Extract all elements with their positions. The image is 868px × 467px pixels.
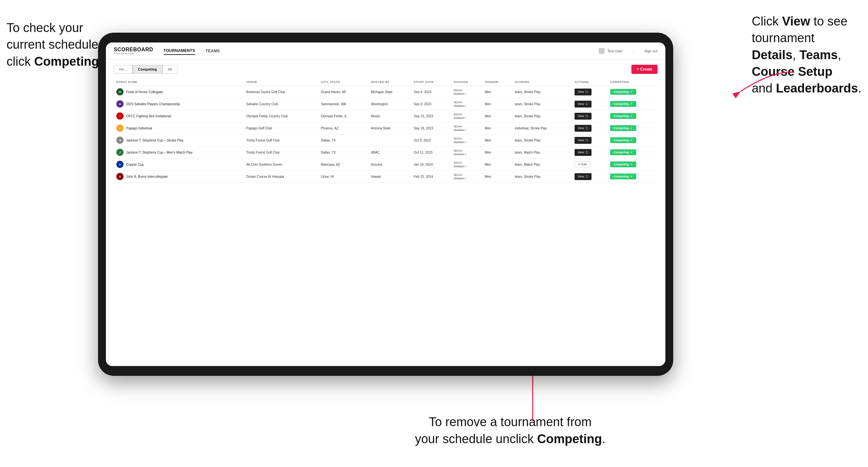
team-logo: M <box>116 88 124 95</box>
col-city: CITY, STATE <box>318 79 368 86</box>
action-cell[interactable]: View ⓘ <box>572 147 608 158</box>
nav-tournaments[interactable]: TOURNAMENTS <box>164 47 195 55</box>
table-row: H John A. Burns Intercollegiate Ocean Co… <box>114 170 657 183</box>
competing-cell[interactable]: Competing ✓ <box>608 158 657 170</box>
table-body: M Folds of Honor Collegiate American Dun… <box>114 86 657 183</box>
checkmark-icon: ✓ <box>630 138 633 142</box>
view-button[interactable]: View ⓘ <box>575 113 591 120</box>
col-division: DIVISION <box>451 79 482 86</box>
col-gender: GENDER <box>482 79 512 86</box>
division-cell: NCAADivision I <box>451 158 482 170</box>
table-container: EVENT NAME VENUE CITY, STATE HOSTED BY S… <box>114 79 657 361</box>
user-avatar-icon <box>599 48 604 54</box>
event-name: John A. Burns Intercollegiate <box>126 175 168 179</box>
gender-cell: Men <box>482 86 512 98</box>
competing-cell[interactable]: Competing ✓ <box>608 134 657 147</box>
team-logo: H <box>116 173 124 180</box>
checkmark-icon: ✓ <box>630 114 633 118</box>
team-logo: W <box>116 100 124 107</box>
city-cell: Dallas, TX <box>318 134 368 147</box>
info-icon: ⓘ <box>585 102 588 106</box>
competing-button[interactable]: Competing ✓ <box>610 137 636 143</box>
division-cell: NCAADivision I <box>451 122 482 134</box>
scoring-cell: team, Match Play <box>512 158 572 170</box>
col-event-name: EVENT NAME <box>114 79 244 86</box>
view-button[interactable]: View ⓘ <box>575 125 591 132</box>
checkmark-icon: ✓ <box>630 175 633 178</box>
division-cell: NCAADivision I <box>451 170 482 183</box>
action-cell[interactable]: View ⓘ <box>572 122 608 134</box>
view-button[interactable]: View ⓘ <box>575 137 591 144</box>
event-name-cell: ★ Jackson T. Stephens Cup – Stroke Play <box>114 134 244 147</box>
date-cell: Sep 9, 2023 <box>411 98 451 110</box>
annotation-right: Click View to see tournament Details, Te… <box>752 13 862 97</box>
annotation-bottom: To remove a tournament from your schedul… <box>415 414 606 447</box>
hosted-cell: Illinois <box>368 110 411 122</box>
view-button[interactable]: View ⓘ <box>575 173 591 180</box>
city-cell: Olympia Fields, IL <box>318 110 368 122</box>
user-info: Test User <box>599 48 622 54</box>
action-cell[interactable]: View ⓘ <box>572 134 608 147</box>
team-logo: I <box>116 113 124 120</box>
event-name-cell: H John A. Burns Intercollegiate <box>114 170 244 183</box>
competing-button[interactable]: Competing ✓ <box>610 89 636 95</box>
action-cell[interactable]: ✏ Edit <box>572 158 608 170</box>
checkmark-icon: ✓ <box>630 126 633 130</box>
view-button[interactable]: View ⓘ <box>575 101 591 107</box>
team-logo: ★ <box>116 136 124 144</box>
view-button[interactable]: View ⓘ <box>575 89 591 95</box>
competing-cell[interactable]: Competing ✓ <box>608 122 657 134</box>
competing-button[interactable]: Competing ✓ <box>610 174 636 179</box>
competing-cell[interactable]: Competing ✓ <box>608 147 657 158</box>
logo-subtext: Powered by clippi <box>114 52 153 55</box>
event-name: Jackson T. Stephens Cup – Stroke Play <box>126 138 183 142</box>
competing-cell[interactable]: Competing ✓ <box>608 98 657 110</box>
competing-button[interactable]: Competing ✓ <box>610 113 636 119</box>
city-cell: Dallas, TX <box>318 147 368 158</box>
tablet-screen: SCOREBOARD Powered by clippi TOURNAMENTS… <box>106 42 665 366</box>
tablet-frame: SCOREBOARD Powered by clippi TOURNAMENTS… <box>98 33 673 376</box>
gender-cell: Men <box>482 110 512 122</box>
col-actions: ACTIONS <box>572 79 608 86</box>
tab-competing[interactable]: Competing <box>132 65 162 73</box>
info-icon: ⓘ <box>585 126 588 130</box>
hosted-cell: Arizona <box>368 158 411 170</box>
tab-home[interactable]: Ho... <box>114 65 132 73</box>
competing-button[interactable]: Competing ✓ <box>610 101 636 107</box>
main-content: Ho... Competing All + Create EVENT NAME … <box>106 60 665 366</box>
action-cell[interactable]: View ⓘ <box>572 110 608 122</box>
col-competing: COMPETING <box>608 79 657 86</box>
action-cell[interactable]: View ⓘ <box>572 86 608 98</box>
competing-cell[interactable]: Competing ✓ <box>608 110 657 122</box>
table-row: ★ Jackson T. Stephens Cup – Stroke Play … <box>114 134 657 147</box>
create-button[interactable]: + Create <box>631 65 657 74</box>
tournaments-table: EVENT NAME VENUE CITY, STATE HOSTED BY S… <box>114 79 657 183</box>
table-row: W 2023 Sahalee Players Championship Saha… <box>114 98 657 110</box>
action-cell[interactable]: View ⓘ <box>572 98 608 110</box>
competing-cell[interactable]: Competing ✓ <box>608 170 657 183</box>
city-cell: Phoenix, AZ <box>318 122 368 134</box>
checkmark-icon: ✓ <box>630 151 633 154</box>
user-name: Test User <box>607 49 622 53</box>
tab-all[interactable]: All <box>162 65 178 73</box>
info-icon: ⓘ <box>585 150 588 155</box>
nav-teams[interactable]: TEAMS <box>206 48 220 55</box>
competing-cell[interactable]: Competing ✓ <box>608 86 657 98</box>
navbar: SCOREBOARD Powered by clippi TOURNAMENTS… <box>106 42 665 60</box>
col-start-date: START DATE <box>411 79 451 86</box>
competing-button[interactable]: Competing ✓ <box>610 125 636 131</box>
checkmark-icon: ✓ <box>630 163 633 166</box>
hosted-cell <box>368 134 411 147</box>
division-cell: NCAADivision I <box>451 86 482 98</box>
competing-button[interactable]: Competing ✓ <box>610 161 636 167</box>
sign-out-link[interactable]: Sign out <box>645 49 657 53</box>
competing-button[interactable]: Competing ✓ <box>610 149 636 155</box>
date-cell: Oct 11, 2023 <box>411 147 451 158</box>
event-name-cell: I OFCC Fighting Illini Invitational <box>114 110 244 122</box>
scoring-cell: team, Stroke Play <box>512 110 572 122</box>
venue-cell: Ak-Chin Southern Dunes <box>244 158 318 170</box>
action-cell[interactable]: View ⓘ <box>572 170 608 183</box>
table-row: P Papago Individual Papago Golf ClubPhoe… <box>114 122 657 134</box>
edit-button[interactable]: ✏ Edit <box>575 161 590 168</box>
view-button[interactable]: View ⓘ <box>575 149 591 156</box>
